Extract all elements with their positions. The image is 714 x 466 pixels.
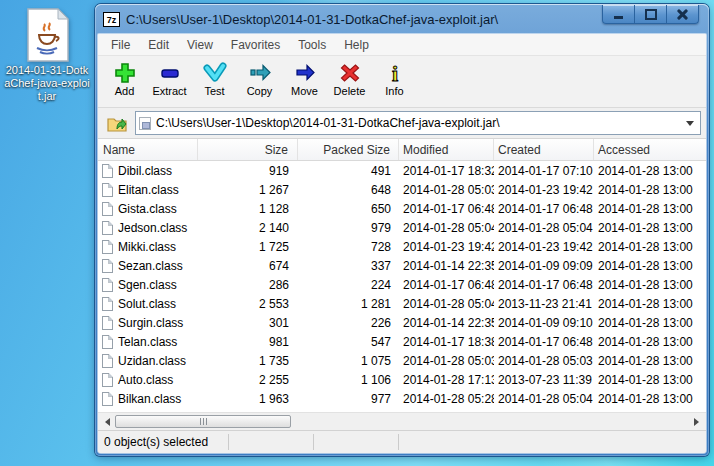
file-modified: 2014-01-28 05:04 xyxy=(399,221,494,235)
file-icon xyxy=(102,373,113,387)
table-row[interactable]: Bilkan.class 1 963 977 2014-01-28 05:28 … xyxy=(98,389,706,408)
test-icon xyxy=(200,60,230,85)
file-modified: 2014-01-28 05:03 xyxy=(399,183,494,197)
file-name: Uzidan.class xyxy=(118,354,186,368)
table-row[interactable]: Dibil.class 919 491 2014-01-17 18:32 201… xyxy=(98,161,706,180)
file-name: Elitan.class xyxy=(118,183,179,197)
file-accessed: 2014-01-28 13:00 xyxy=(594,240,706,254)
column-header-name[interactable]: Name xyxy=(98,139,198,160)
column-header-created[interactable]: Created xyxy=(494,139,594,160)
horizontal-scrollbar[interactable] xyxy=(98,412,706,430)
file-packed-size: 337 xyxy=(298,259,399,273)
file-packed-size: 650 xyxy=(298,202,399,216)
file-accessed: 2014-01-28 13:00 xyxy=(594,316,706,330)
file-packed-size: 728 xyxy=(298,240,399,254)
menubar: File Edit View Favorites Tools Help xyxy=(98,34,706,56)
add-icon xyxy=(110,60,140,85)
close-icon xyxy=(676,8,689,21)
file-name: Sgen.class xyxy=(118,278,177,292)
file-size: 1 963 xyxy=(198,392,298,406)
file-created: 2013-07-23 11:39 xyxy=(494,373,594,387)
file-packed-size: 979 xyxy=(298,221,399,235)
desktop-icon-jar[interactable]: 2014-01-31-DotkaChef-java-exploit.jar xyxy=(4,8,90,103)
column-header-packed-size[interactable]: Packed Size xyxy=(298,139,399,160)
file-size: 674 xyxy=(198,259,298,273)
status-text: 0 object(s) selected xyxy=(98,435,228,449)
file-icon xyxy=(102,164,113,178)
table-row[interactable]: Sgen.class 286 224 2014-01-17 06:48 2014… xyxy=(98,275,706,294)
table-row[interactable]: Sezan.class 674 337 2014-01-14 22:35 201… xyxy=(98,256,706,275)
menu-file[interactable]: File xyxy=(102,36,139,54)
up-folder-button[interactable] xyxy=(103,111,130,135)
file-packed-size: 648 xyxy=(298,183,399,197)
info-icon: i xyxy=(380,60,410,85)
file-icon xyxy=(102,316,113,330)
file-icon xyxy=(102,354,113,368)
7zip-app-icon: 7z xyxy=(103,12,120,27)
scroll-right-button[interactable] xyxy=(689,414,706,429)
file-packed-size: 1 075 xyxy=(298,354,399,368)
file-size: 286 xyxy=(198,278,298,292)
menu-view[interactable]: View xyxy=(178,36,222,54)
delete-button[interactable]: Delete xyxy=(327,59,372,98)
file-icon xyxy=(102,278,113,292)
table-row[interactable]: Surgin.class 301 226 2014-01-14 22:35 20… xyxy=(98,313,706,332)
file-name: Telan.class xyxy=(118,335,177,349)
table-row[interactable]: Telan.class 981 547 2014-01-17 18:38 201… xyxy=(98,332,706,351)
file-name: Mikki.class xyxy=(118,240,176,254)
minimize-button[interactable] xyxy=(602,5,635,24)
file-created: 2014-01-23 19:42 xyxy=(494,240,594,254)
menu-tools[interactable]: Tools xyxy=(289,36,335,54)
file-modified: 2014-01-14 22:35 xyxy=(399,316,494,330)
list-rows: Dibil.class 919 491 2014-01-17 18:32 201… xyxy=(98,161,706,412)
close-button[interactable] xyxy=(667,5,699,24)
extract-icon xyxy=(155,60,185,85)
file-name: Sezan.class xyxy=(118,259,183,273)
file-created: 2014-01-17 06:48 xyxy=(494,335,594,349)
table-row[interactable]: Gista.class 1 128 650 2014-01-17 06:48 2… xyxy=(98,199,706,218)
scrollbar-thumb[interactable] xyxy=(115,415,291,428)
status-bar: 0 object(s) selected xyxy=(98,430,706,453)
menu-favorites[interactable]: Favorites xyxy=(222,36,289,54)
column-header-modified[interactable]: Modified xyxy=(399,139,494,160)
extract-button[interactable]: Extract xyxy=(147,59,192,98)
arrow-right-icon xyxy=(694,418,703,426)
table-row[interactable]: Uzidan.class 1 735 1 075 2014-01-28 05:0… xyxy=(98,351,706,370)
window-controls xyxy=(602,5,699,24)
file-modified: 2014-01-17 18:38 xyxy=(399,335,494,349)
menu-help[interactable]: Help xyxy=(335,36,378,54)
column-header-accessed[interactable]: Accessed xyxy=(594,139,706,160)
table-row[interactable]: Jedson.class 2 140 979 2014-01-28 05:04 … xyxy=(98,218,706,237)
file-size: 1 128 xyxy=(198,202,298,216)
menu-edit[interactable]: Edit xyxy=(139,36,178,54)
file-created: 2013-11-23 21:41 xyxy=(494,297,594,311)
table-row[interactable]: Elitan.class 1 267 648 2014-01-28 05:03 … xyxy=(98,180,706,199)
file-name: Dibil.class xyxy=(118,164,172,178)
file-created: 2014-01-17 07:10 xyxy=(494,164,594,178)
add-button[interactable]: Add xyxy=(102,59,147,98)
copy-button[interactable]: Copy xyxy=(237,59,282,98)
file-packed-size: 547 xyxy=(298,335,399,349)
scroll-left-button[interactable] xyxy=(98,414,115,429)
file-modified: 2014-01-28 05:03 xyxy=(399,354,494,368)
table-row[interactable]: Solut.class 2 553 1 281 2014-01-28 05:04… xyxy=(98,294,706,313)
address-combobox[interactable]: C:\Users\User-1\Desktop\2014-01-31-Dotka… xyxy=(135,111,701,135)
maximize-icon xyxy=(645,9,657,20)
file-icon xyxy=(102,221,113,235)
table-row[interactable]: Auto.class 2 255 1 106 2014-01-28 17:13 … xyxy=(98,370,706,389)
file-created: 2014-01-28 05:03 xyxy=(494,354,594,368)
test-button[interactable]: Test xyxy=(192,59,237,98)
toolbar: Add Extract Test Copy xyxy=(98,56,706,108)
file-icon xyxy=(102,297,113,311)
file-size: 919 xyxy=(198,164,298,178)
move-button[interactable]: Move xyxy=(282,59,327,98)
maximize-button[interactable] xyxy=(635,5,667,24)
table-row[interactable]: Mikki.class 1 725 728 2014-01-23 19:42 2… xyxy=(98,237,706,256)
java-file-icon xyxy=(24,8,70,62)
file-name: Auto.class xyxy=(118,373,173,387)
file-icon xyxy=(102,259,113,273)
column-header-size[interactable]: Size xyxy=(198,139,298,160)
address-dropdown-button[interactable] xyxy=(682,112,698,134)
info-button[interactable]: i Info xyxy=(372,59,417,98)
file-created: 2014-01-09 09:09 xyxy=(494,259,594,273)
